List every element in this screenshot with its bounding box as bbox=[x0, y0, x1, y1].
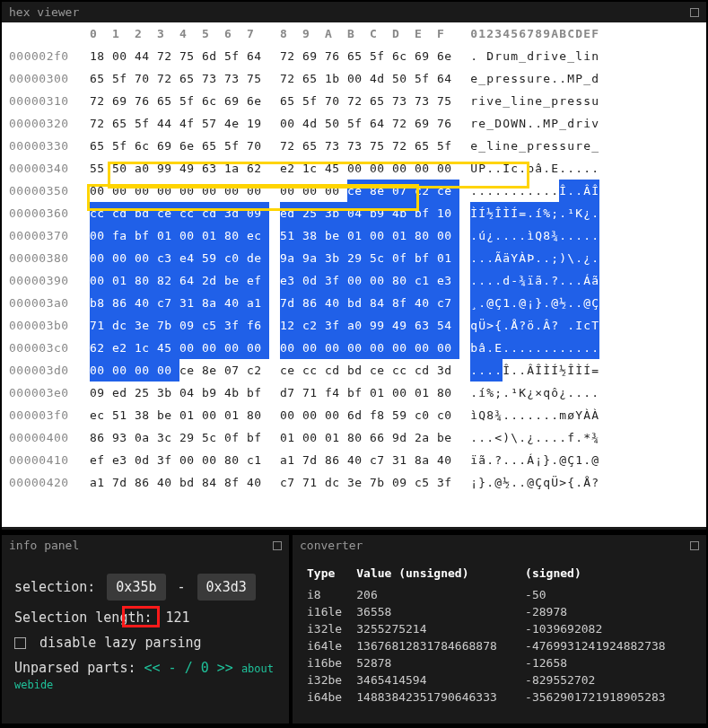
maximize-icon[interactable] bbox=[690, 8, 699, 17]
converter-panel-title: converter bbox=[300, 539, 363, 552]
ascii-column[interactable]: ìQ8¾.......møYÀÀ bbox=[470, 404, 599, 426]
ascii-column[interactable]: .í%;.¹K¿×qô¿.... bbox=[470, 382, 599, 404]
converter-row: i32le3255275214-1039692082 bbox=[307, 621, 692, 636]
selection-length-row: Selection length: 121 bbox=[14, 610, 276, 626]
ascii-column[interactable]: bâ.E............ bbox=[470, 337, 599, 359]
selection-length-label: Selection length: bbox=[14, 610, 153, 626]
ascii-column[interactable]: ïã.?...Á¡}.@Ç1.@ bbox=[470, 449, 599, 471]
hex-row[interactable]: 000003a0b88640c7318a40a17d8640bd848f40c7… bbox=[2, 292, 706, 314]
converter-row: i8206-50 bbox=[307, 587, 692, 602]
ascii-column[interactable]: ...ÃäYÀÞ..;)\.¿. bbox=[470, 247, 599, 269]
selection-start-input[interactable]: 0x35b bbox=[107, 574, 165, 601]
info-panel: info panel selection: 0x35b - 0x3d3 Sele… bbox=[2, 535, 289, 724]
ascii-column[interactable]: qÜ>{.Å?ö.Â? .IcT bbox=[470, 314, 599, 337]
hex-viewer-panel: hex viewer 0123456789ABCDEF0123456789ABC… bbox=[2, 2, 706, 530]
ascii-column[interactable]: ¸.@Ç1.@¡}.@½..@Ç bbox=[470, 292, 599, 314]
hex-row[interactable]: 0000037000fabf01000180ec5138be0100018000… bbox=[2, 224, 706, 247]
hex-row[interactable]: 000003405550a09949631a62e21c450000000000… bbox=[2, 157, 706, 180]
hex-viewer-header: hex viewer bbox=[2, 2, 706, 22]
disable-lazy-checkbox[interactable] bbox=[14, 637, 26, 649]
hex-row[interactable]: 000003f0ec5138be010001800000006df859c0c0… bbox=[2, 404, 706, 426]
converter-row: i64le13676812831784668878-47699312419248… bbox=[307, 638, 692, 653]
hex-row[interactable]: 0000040086930a3c295c0fbf01000180669d2abe… bbox=[2, 426, 706, 449]
converter-panel-header: converter bbox=[293, 535, 706, 556]
hex-viewer-body[interactable]: 0123456789ABCDEF0123456789ABCDEF 000002f… bbox=[2, 22, 706, 527]
hex-row[interactable]: 00000420a17d8640bd848f40c771dc3e7b09c53f… bbox=[2, 471, 706, 494]
ascii-column[interactable]: . .Drum_drive_lin bbox=[470, 45, 599, 67]
info-panel-header: info panel bbox=[2, 535, 289, 556]
ascii-column[interactable]: ....d-¾ïã.?...Áã bbox=[470, 269, 599, 292]
disable-lazy-row[interactable]: disable lazy parsing bbox=[14, 635, 276, 651]
hex-row[interactable]: 000002f018004472756d5f64726976655f6c696e… bbox=[2, 45, 706, 67]
hex-row[interactable]: 0000032072655f444f574e19004d505f64726976… bbox=[2, 112, 706, 135]
converter-panel: converter Type Value (unsigned) (signed)… bbox=[293, 535, 706, 724]
selection-row: selection: 0x35b - 0x3d3 bbox=[14, 574, 276, 601]
converter-row: i64be14883842351790646333-35629017219189… bbox=[307, 689, 692, 705]
converter-table: Type Value (unsigned) (signed) i8206-50i… bbox=[305, 563, 694, 706]
ascii-column[interactable]: rive_line_pressu bbox=[470, 90, 599, 112]
ascii-column[interactable]: ...........Î..ÂÎ bbox=[470, 180, 599, 202]
ascii-column[interactable]: ÌÍ½ÎÌÍ=.í%;.¹K¿. bbox=[470, 202, 599, 224]
hex-row[interactable]: 000003e009ed253b04b94bbfd771f4bf01000180… bbox=[2, 382, 706, 404]
hex-row[interactable]: 000003b071dc3e7b09c53ff612c23fa099496354… bbox=[2, 314, 706, 337]
ascii-column[interactable]: e_line_pressure_ bbox=[470, 135, 599, 157]
ascii-column[interactable]: UP..Ic.bâ.E..... bbox=[470, 157, 599, 180]
hex-viewer-title: hex viewer bbox=[9, 5, 79, 19]
info-panel-title: info panel bbox=[9, 539, 79, 552]
conv-col-type: Type bbox=[307, 565, 354, 585]
ascii-column[interactable]: e_pressure..MP_d bbox=[470, 67, 599, 90]
selection-end-input[interactable]: 0x3d3 bbox=[197, 574, 256, 601]
hex-row[interactable]: 000003c062e21c45000000000000000000000000… bbox=[2, 337, 706, 359]
ascii-column[interactable]: ¡}.@½..@ÇqÜ>{.Å? bbox=[470, 471, 599, 494]
hex-row[interactable]: 00000380000000c3e459c0de9a9a3b295c0fbf01… bbox=[2, 247, 706, 269]
hex-row[interactable]: 0000039000018082642dbeefe30d3f000080c1e3… bbox=[2, 269, 706, 292]
hex-row[interactable]: 00000410efe30d3f000080c1a17d8640c7318a40… bbox=[2, 449, 706, 471]
maximize-icon[interactable] bbox=[273, 541, 282, 550]
conv-col-unsigned: Value (unsigned) bbox=[356, 565, 523, 585]
ascii-column[interactable]: ...<)\.¿....f.*¾ bbox=[470, 426, 599, 449]
unparsed-nav[interactable]: << - / 0 >> bbox=[144, 660, 233, 676]
hex-row[interactable]: 00000360cccdbdcecccd3d09ed253b04b94bbf10… bbox=[2, 202, 706, 224]
hex-row[interactable]: 00000330655f6c696e655f70726573737572655f… bbox=[2, 135, 706, 157]
unparsed-label: Unparsed parts: bbox=[14, 660, 135, 676]
hex-row[interactable]: 00000300655f70726573737572651b004d505f64… bbox=[2, 67, 706, 90]
converter-row: i16be52878-12658 bbox=[307, 655, 692, 671]
ascii-column[interactable]: ....Î..ÂÎÌÍ½ÎÌÍ= bbox=[470, 359, 599, 382]
conv-col-signed: (signed) bbox=[525, 565, 692, 585]
maximize-icon[interactable] bbox=[690, 541, 699, 550]
ascii-column[interactable]: re_DOWN..MP_driv bbox=[470, 112, 599, 135]
unparsed-row: Unparsed parts: << - / 0 >> about webide bbox=[14, 660, 276, 692]
selection-label: selection: bbox=[14, 579, 95, 595]
disable-lazy-label: disable lazy parsing bbox=[39, 635, 202, 651]
selection-length-value: 121 bbox=[161, 610, 196, 626]
converter-row: i32be3465414594-829552702 bbox=[307, 672, 692, 688]
hex-row[interactable]: 000003500000000000000000000000ce8e07c2ce… bbox=[2, 180, 706, 202]
hex-row[interactable]: 00000310726976655f6c696e655f707265737375… bbox=[2, 90, 706, 112]
hex-row[interactable]: 000003d000000000ce8e07c2cecccdbdcecccd3d… bbox=[2, 359, 706, 382]
ascii-column[interactable]: .ú¿....ìQ8¾..... bbox=[470, 224, 599, 247]
converter-row: i16le36558-28978 bbox=[307, 604, 692, 619]
hex-column-header: 0123456789ABCDEF0123456789ABCDEF bbox=[2, 22, 706, 45]
